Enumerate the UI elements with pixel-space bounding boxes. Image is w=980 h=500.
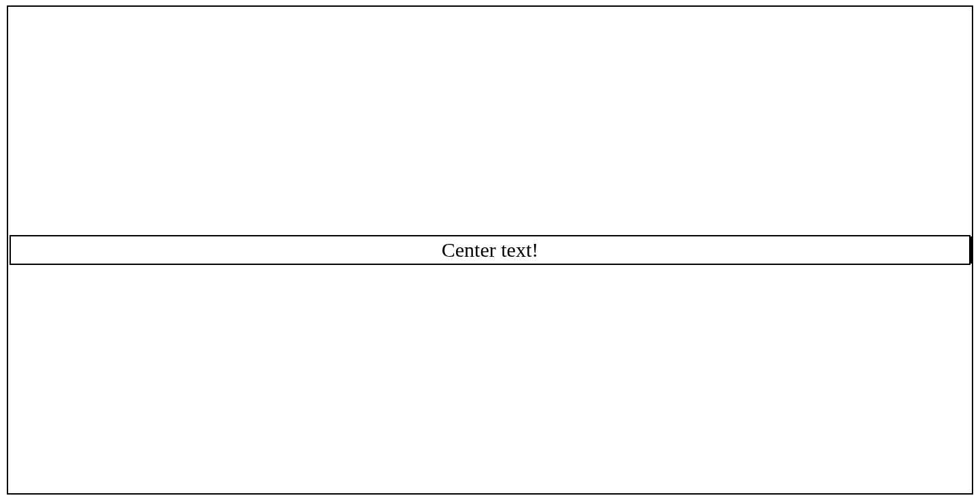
outer-container: Center text! bbox=[7, 5, 973, 495]
center-box: Center text! bbox=[10, 235, 970, 265]
center-text: Center text! bbox=[442, 238, 538, 261]
right-edge-mark bbox=[969, 236, 972, 264]
